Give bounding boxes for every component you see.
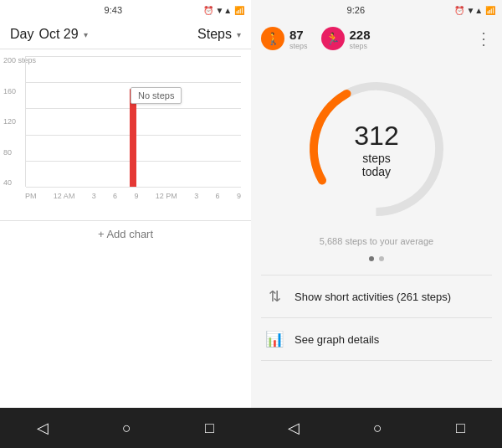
more-options-icon[interactable]: ⋮ bbox=[475, 28, 492, 49]
stat2-number: 228 bbox=[350, 28, 371, 42]
right-header: 🚶 87 steps 🏃 228 steps ⋮ bbox=[251, 20, 502, 57]
dot-1 bbox=[369, 256, 374, 261]
stat2-label: steps bbox=[350, 42, 371, 50]
show-activities-label: Show short activities (261 steps) bbox=[295, 291, 451, 303]
stat-text-1: 87 steps bbox=[289, 28, 308, 50]
chart-area: 200 steps 160 120 80 40 bbox=[0, 49, 251, 220]
steps-count: 312 bbox=[354, 121, 398, 152]
x-axis: PM 12 AM 3 6 9 12 PM 3 6 9 bbox=[25, 192, 241, 200]
left-time: 9:43 bbox=[105, 5, 122, 15]
left-back-button[interactable]: ◁ bbox=[37, 419, 49, 437]
add-chart-button[interactable]: + Add chart bbox=[0, 220, 251, 247]
stat-text-2: 228 steps bbox=[350, 28, 371, 50]
bar-5 bbox=[145, 56, 169, 187]
circle-text: 312 steps today bbox=[354, 121, 398, 178]
x-label-9a: 9 bbox=[134, 192, 138, 200]
x-label-12am: 12 AM bbox=[54, 192, 75, 200]
right-home-button[interactable]: ○ bbox=[373, 420, 382, 437]
x-label-6a: 6 bbox=[113, 192, 117, 200]
right-recent-button[interactable]: □ bbox=[456, 420, 465, 437]
bar-2 bbox=[73, 56, 97, 187]
dots-indicator bbox=[251, 253, 502, 275]
circle-section: 312 steps today bbox=[251, 57, 502, 233]
see-graph-button[interactable]: 📊 See graph details bbox=[251, 318, 502, 360]
left-recent-button[interactable]: □ bbox=[205, 420, 214, 437]
left-panel: 9:43 ⏰ ▼▲ 📶 Day Oct 29 ▾ Steps ▾ 200 ste… bbox=[0, 0, 251, 448]
right-nav-bar: ◁ ○ □ bbox=[251, 408, 502, 448]
metric-dropdown-icon[interactable]: ▾ bbox=[237, 30, 241, 39]
walker-icon: 🚶 bbox=[261, 27, 284, 50]
bar-chart-icon: 📊 bbox=[264, 330, 284, 348]
bar-6 bbox=[169, 56, 193, 187]
right-time: 9:26 bbox=[347, 5, 365, 15]
period-label: Day bbox=[10, 27, 33, 42]
stat-item-1: 🚶 87 steps bbox=[261, 27, 308, 50]
left-home-button[interactable]: ○ bbox=[122, 420, 131, 437]
x-label-3a: 3 bbox=[92, 192, 96, 200]
x-label-6p: 6 bbox=[216, 192, 220, 200]
x-label-12pm: 12 PM bbox=[156, 192, 177, 200]
see-graph-label: See graph details bbox=[295, 333, 379, 346]
metric-label: Steps bbox=[197, 27, 232, 42]
right-status-bar: 9:26 ⏰ ▼▲ 📶 bbox=[251, 0, 502, 20]
x-label-3p: 3 bbox=[194, 192, 198, 200]
steps-word: steps bbox=[354, 152, 398, 165]
circle-container: 312 steps today bbox=[301, 74, 452, 224]
stat1-number: 87 bbox=[289, 28, 308, 42]
steps-today: today bbox=[354, 165, 398, 178]
chart-bars bbox=[25, 56, 241, 187]
user-stats: 🚶 87 steps 🏃 228 steps bbox=[261, 27, 371, 50]
bar-1 bbox=[49, 56, 74, 187]
chart-tooltip: No steps bbox=[131, 87, 182, 104]
left-status-bar: 9:43 ⏰ ▼▲ 📶 bbox=[0, 0, 251, 20]
date-dropdown-icon[interactable]: ▾ bbox=[84, 30, 88, 39]
sort-icon: ⇅ bbox=[264, 287, 284, 306]
bar-7 bbox=[193, 56, 218, 187]
right-back-button[interactable]: ◁ bbox=[288, 419, 300, 437]
bar-4 bbox=[121, 56, 146, 187]
stat-item-2: 🏃 228 steps bbox=[321, 27, 371, 50]
bar-0 bbox=[25, 56, 49, 187]
runner-icon: 🏃 bbox=[321, 27, 345, 50]
x-label-pm: PM bbox=[25, 192, 37, 200]
bar-3 bbox=[97, 56, 121, 187]
stat1-label: steps bbox=[289, 42, 308, 50]
date-label: Oct 29 bbox=[38, 27, 78, 42]
left-nav-bar: ◁ ○ □ bbox=[0, 408, 251, 448]
right-panel: 9:26 ⏰ ▼▲ 📶 🚶 87 steps 🏃 228 bbox=[251, 0, 502, 448]
left-header: Day Oct 29 ▾ Steps ▾ bbox=[0, 20, 251, 49]
x-label-9p: 9 bbox=[237, 192, 241, 200]
bar-8 bbox=[217, 56, 241, 187]
dot-2 bbox=[379, 256, 384, 261]
show-activities-button[interactable]: ⇅ Show short activities (261 steps) bbox=[251, 275, 502, 317]
